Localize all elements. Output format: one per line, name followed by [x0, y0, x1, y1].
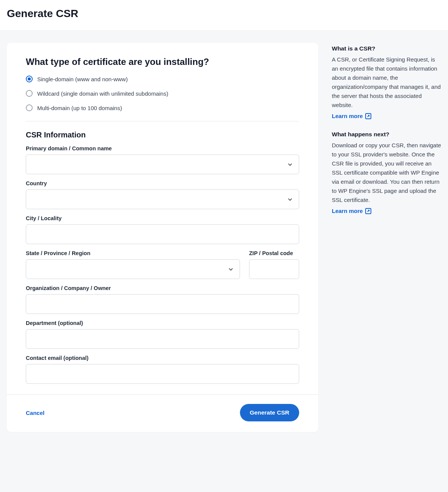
- generate-csr-button[interactable]: Generate CSR: [240, 404, 299, 421]
- radio-label: Multi-domain (up to 100 domains): [37, 105, 122, 111]
- organization-label: Organization / Company / Owner: [26, 285, 299, 291]
- side-text: A CSR, or Certificate Signing Request, i…: [332, 55, 441, 110]
- primary-domain-label: Primary domain / Common name: [26, 145, 299, 151]
- form-card: What type of certificate are you install…: [7, 43, 318, 432]
- what-next-block: What happens next? Download or copy your…: [332, 131, 441, 214]
- zip-input[interactable]: [249, 259, 299, 279]
- side-title: What happens next?: [332, 131, 441, 138]
- radio-icon: [26, 90, 33, 97]
- cert-type-wildcard[interactable]: Wildcard (single domain with unlimited s…: [26, 90, 299, 97]
- certificate-type-group: Single-domain (www and non-www) Wildcard…: [26, 76, 299, 121]
- primary-domain-select[interactable]: [26, 155, 299, 174]
- side-title: What is a CSR?: [332, 45, 441, 52]
- certificate-type-question: What type of certificate are you install…: [26, 57, 299, 67]
- department-label: Department (optional): [26, 320, 299, 326]
- page-body: What type of certificate are you install…: [0, 31, 448, 441]
- state-col: State / Province / Region: [26, 244, 240, 279]
- city-input[interactable]: [26, 224, 299, 244]
- external-link-icon: [365, 208, 371, 214]
- side-text: Download or copy your CSR, then navigate…: [332, 141, 441, 205]
- zip-col: ZIP / Postal code: [249, 244, 299, 279]
- external-link-icon: [365, 113, 371, 119]
- info-sidebar: What is a CSR? A CSR, or Certificate Sig…: [332, 43, 441, 432]
- organization-input[interactable]: [26, 294, 299, 314]
- cert-type-multi-domain[interactable]: Multi-domain (up to 100 domains): [26, 104, 299, 111]
- email-input[interactable]: [26, 364, 299, 384]
- radio-icon: [26, 104, 33, 111]
- form-footer: Cancel Generate CSR: [7, 394, 318, 432]
- country-select[interactable]: [26, 189, 299, 209]
- zip-label: ZIP / Postal code: [249, 250, 299, 256]
- csr-info-title: CSR Information: [26, 131, 299, 139]
- state-label: State / Province / Region: [26, 250, 240, 256]
- chevron-down-icon: [287, 196, 293, 203]
- radio-label: Single-domain (www and non-www): [37, 76, 128, 82]
- chevron-down-icon: [227, 266, 234, 273]
- page-title: Generate CSR: [7, 8, 441, 20]
- what-is-csr-block: What is a CSR? A CSR, or Certificate Sig…: [332, 45, 441, 120]
- state-zip-row: State / Province / Region ZIP / Postal c…: [26, 244, 299, 279]
- radio-label: Wildcard (single domain with unlimited s…: [37, 90, 168, 97]
- form-body: What type of certificate are you install…: [7, 43, 318, 394]
- link-label: Learn more: [332, 113, 363, 119]
- country-label: Country: [26, 180, 299, 186]
- radio-icon: [26, 76, 33, 82]
- department-input[interactable]: [26, 329, 299, 349]
- state-select[interactable]: [26, 259, 240, 279]
- learn-more-csr-link[interactable]: Learn more: [332, 113, 371, 119]
- cert-type-single-domain[interactable]: Single-domain (www and non-www): [26, 76, 299, 82]
- link-label: Learn more: [332, 208, 363, 214]
- learn-more-next-link[interactable]: Learn more: [332, 208, 371, 214]
- city-label: City / Locality: [26, 215, 299, 221]
- page-header: Generate CSR: [0, 0, 448, 31]
- cancel-button[interactable]: Cancel: [26, 410, 44, 416]
- chevron-down-icon: [287, 161, 293, 168]
- email-label: Contact email (optional): [26, 355, 299, 361]
